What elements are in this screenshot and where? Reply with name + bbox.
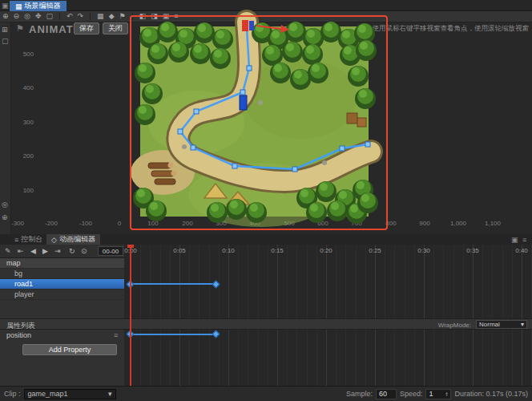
loop-icon[interactable]: ↻: [69, 247, 75, 255]
node-row-player[interactable]: player: [0, 290, 124, 300]
hruler-tick: 900: [410, 220, 439, 227]
grid-icon[interactable]: ▦: [97, 13, 104, 20]
panel-maximize-icon[interactable]: ▣: [511, 236, 518, 244]
hruler-tick: -200: [37, 220, 66, 227]
toolbar-separator: [90, 13, 91, 20]
vruler-tick: 400: [10, 84, 34, 91]
node-row-map[interactable]: map: [0, 258, 124, 269]
toolbar-separator: [132, 13, 133, 20]
scene-tab-label: 场景编辑器: [25, 1, 61, 11]
chevron-down-icon: ▾: [521, 321, 524, 328]
property-list-header: 属性列表 WrapMode:: [0, 318, 532, 330]
toolbar-separator: [59, 13, 60, 20]
main-toolbar: ⊕ ⊖ ◎ ✥ ▢ ↶ ↷ ▦ ◆ ⚑ ◧ ◨ ▣ ≡: [0, 11, 532, 22]
tab-scene-editor[interactable]: ▦ 场景编辑器: [10, 1, 66, 11]
wrapmode-label: WrapMode:: [438, 322, 471, 329]
wrapmode-select[interactable]: Normal ▾: [476, 320, 527, 329]
viewport-hint-text: 使用鼠标右键平移视窗查看角点，使用滚轮缩放视窗: [373, 24, 530, 34]
play-icon[interactable]: ▶: [42, 247, 48, 255]
list-icon[interactable]: ≡: [174, 13, 178, 20]
hruler-tick: -300: [3, 220, 32, 227]
tab-console[interactable]: ≡ 控制台: [10, 234, 47, 245]
scene-tab-icon: ▦: [15, 2, 22, 10]
app-icon: ▣: [2, 2, 9, 10]
timeline-grid[interactable]: [124, 245, 532, 386]
redo-icon[interactable]: ↷: [78, 13, 84, 20]
keyframe-span-position: [131, 334, 216, 335]
time-tick: 0:05: [167, 247, 191, 254]
time-tick: 0:35: [461, 247, 485, 254]
hruler-tick: 1,000: [444, 220, 473, 227]
edit-keyframe-icon[interactable]: ✎: [5, 247, 11, 255]
flag-icon[interactable]: ⚑: [119, 13, 126, 20]
duration-text: Duration: 0.17s (0.17s): [454, 390, 528, 398]
close-button[interactable]: 关闭: [103, 22, 128, 34]
property-menu-icon[interactable]: ≡: [114, 331, 118, 339]
hruler-tick: 800: [377, 220, 405, 227]
chevron-down-icon: ▾: [108, 390, 112, 398]
selected-node-gizmo[interactable]: [240, 95, 247, 110]
console-tab-icon: ≡: [14, 236, 18, 244]
titlebar: ▣ ▦ 场景编辑器: [0, 0, 532, 11]
skip-to-end-icon[interactable]: ⇥: [54, 247, 61, 255]
pan-tool-icon[interactable]: ✥: [35, 13, 42, 20]
grid-tool-icon[interactable]: ⊞: [2, 26, 8, 34]
clip-select[interactable]: game_map1 ▾: [24, 389, 116, 399]
clip-label: Clip :: [4, 390, 21, 398]
zoom-reset-icon[interactable]: ◎: [24, 13, 30, 20]
hruler-tick: 0: [105, 220, 134, 227]
keyframe-span-road1: [131, 283, 216, 285]
split-left-icon[interactable]: ◧: [139, 13, 147, 20]
split-right-icon[interactable]: ◨: [151, 13, 158, 20]
time-tick: 0:40: [510, 247, 532, 254]
save-button[interactable]: 保存: [74, 22, 99, 34]
time-tick: 0:25: [363, 247, 387, 254]
skip-to-start-icon[interactable]: ⇤: [18, 247, 24, 255]
time-tick: 0:10: [216, 247, 240, 254]
time-tick: 0:30: [412, 247, 436, 254]
select-tool-icon[interactable]: ▢: [2, 37, 9, 45]
vruler-tick: 500: [10, 51, 34, 58]
node-row-bg[interactable]: bg: [0, 269, 124, 279]
animation-editor-app: ▣ ▦ 场景编辑器 ⊕ ⊖ ◎ ✥ ▢ ↶ ↷ ▦ ◆ ⚑ ◧ ◨ ▣ ≡ ⊞ …: [0, 0, 532, 401]
animate-flag-icon: ⚑: [16, 23, 24, 34]
snap-icon[interactable]: ◆: [109, 13, 115, 20]
zoom-out-icon[interactable]: ⊖: [14, 13, 20, 20]
add-property-button[interactable]: Add Property: [22, 344, 117, 355]
hruler-tick: -100: [71, 220, 100, 227]
snapshot-icon[interactable]: ▣: [163, 13, 170, 20]
playhead[interactable]: [130, 245, 131, 386]
speed-label: Speed:: [400, 390, 423, 398]
time-tick: 0:15: [265, 247, 289, 254]
scene-map[interactable]: [140, 26, 369, 217]
vruler-tick: 300: [10, 119, 34, 126]
sample-label: Sample:: [346, 390, 373, 398]
statusbar: Clip : game_map1 ▾ Sample: 60 Speed: 1 ▲…: [0, 386, 532, 401]
property-row-position[interactable]: position ≡: [0, 330, 124, 341]
sample-input[interactable]: 60: [376, 389, 397, 399]
vruler-tick: 200: [10, 152, 34, 160]
speed-input[interactable]: 1 ▲▼: [425, 389, 451, 399]
vruler-tick: 100: [10, 187, 34, 194]
hruler-tick: 200: [173, 220, 202, 227]
zoom-tool-icon[interactable]: ◎: [2, 200, 8, 209]
tab-animation-editor[interactable]: ◇ 动画编辑器: [46, 234, 100, 245]
speed-stepper[interactable]: ▲▼: [445, 391, 448, 396]
hruler-tick: 1,100: [478, 220, 507, 227]
node-row-road1[interactable]: road1: [0, 279, 124, 290]
undo-icon[interactable]: ↶: [66, 13, 73, 20]
time-tick: 0:20: [314, 247, 338, 254]
panel-menu-icon[interactable]: ≡: [522, 236, 526, 244]
zoom-in-icon[interactable]: ⊕: [2, 13, 9, 20]
step-back-icon[interactable]: ◀: [30, 247, 36, 255]
animation-tab-icon: ◇: [51, 236, 57, 244]
add-keyframe-icon[interactable]: ⊙: [81, 247, 87, 255]
rect-select-icon[interactable]: ▢: [46, 13, 54, 20]
